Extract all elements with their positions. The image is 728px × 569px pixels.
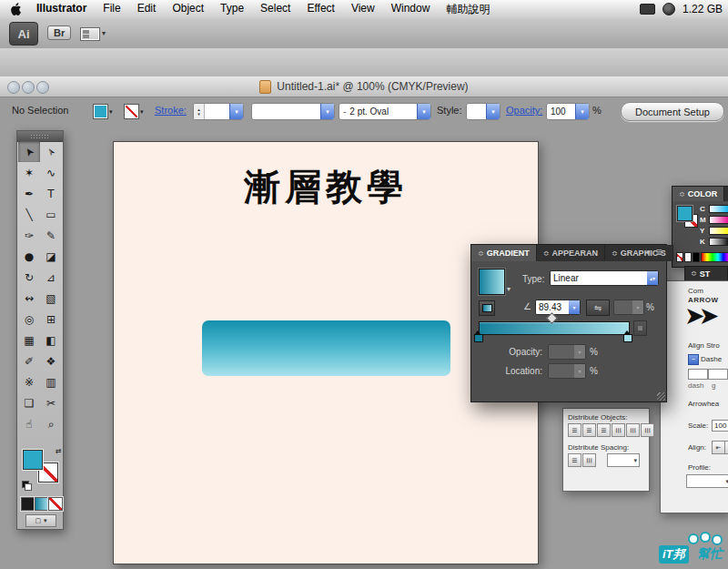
tool-hand[interactable]: ☝ xyxy=(18,413,40,434)
tool-eyedropper[interactable]: ✐ xyxy=(18,351,40,371)
distribute-top-edges-button[interactable]: ☰ xyxy=(568,423,581,437)
tool-slice[interactable]: ✂ xyxy=(40,392,62,413)
chevron-down-icon[interactable]: ▾ xyxy=(102,29,106,37)
profile-combo[interactable]: ▾ xyxy=(686,474,728,488)
scale-field[interactable]: 100 xyxy=(712,420,728,432)
tool-rectangle[interactable]: ▭ xyxy=(40,204,62,225)
tab-graphic-s[interactable]: ≎GRAPHIC S xyxy=(605,245,673,261)
channel-slider[interactable] xyxy=(709,227,728,235)
tool-shape-builder[interactable]: ◎ xyxy=(18,309,40,330)
arrange-documents-icon[interactable] xyxy=(80,27,100,41)
tool-direct-selection[interactable]: ➢ xyxy=(40,141,62,162)
menu-item-8[interactable]: Window xyxy=(383,2,439,17)
gradient-stop-end[interactable] xyxy=(623,334,632,342)
color-fill-swatch[interactable] xyxy=(677,206,693,221)
none-swatch[interactable] xyxy=(676,252,683,262)
bridge-button[interactable]: Br xyxy=(47,25,71,40)
tool-gradient[interactable]: ◧ xyxy=(40,330,62,351)
variable-width-profile-combo[interactable]: ▾ xyxy=(251,103,335,120)
arrowhead-preview[interactable]: ➤➤ xyxy=(684,301,713,330)
document-proxy-icon[interactable] xyxy=(259,80,271,94)
tool-blend[interactable]: ❖ xyxy=(40,351,62,371)
tool-symbol-sprayer[interactable]: ※ xyxy=(18,371,40,392)
tool-lasso[interactable]: ∿ xyxy=(40,162,62,183)
vertical-distribute-space-button[interactable]: ☰ xyxy=(568,453,581,467)
gradient-slider-bar[interactable] xyxy=(479,321,630,335)
channel-slider[interactable] xyxy=(709,216,728,224)
style-combo[interactable]: ▾ xyxy=(466,103,500,120)
distribute-left-edges-button[interactable]: ☰ xyxy=(612,423,625,437)
stroke-dropdown-icon[interactable]: ▾ xyxy=(140,108,144,116)
dropdown-icon[interactable]: ▾ xyxy=(486,104,500,119)
tool-zoom[interactable]: ⌕ xyxy=(40,413,62,434)
gap-field[interactable] xyxy=(708,369,728,380)
horizontal-distribute-space-button[interactable]: ☰ xyxy=(582,453,596,467)
opacity-panel-link[interactable]: Opacity: xyxy=(506,105,542,116)
dropdown-icon[interactable]: ▾ xyxy=(575,104,589,119)
dash-field[interactable] xyxy=(688,369,708,380)
dropdown-icon[interactable]: ▾ xyxy=(569,300,580,314)
dropdown-icon[interactable]: ▾ xyxy=(320,104,334,119)
menu-item-5[interactable]: Select xyxy=(252,2,298,17)
fill-color-swatch[interactable] xyxy=(93,104,108,119)
white-swatch[interactable] xyxy=(684,252,692,262)
menu-item-1[interactable]: File xyxy=(95,2,128,17)
artboard-heading-text[interactable]: 漸層教學 xyxy=(114,162,538,212)
menubar-activity-icon[interactable] xyxy=(662,3,675,15)
zoom-button[interactable] xyxy=(36,81,49,94)
tool-pen[interactable]: ✒ xyxy=(18,183,40,204)
black-swatch[interactable] xyxy=(693,252,700,262)
gradient-type-combo[interactable]: Linear ▴▾ xyxy=(550,270,659,286)
color-mode-button[interactable] xyxy=(21,497,35,511)
tool-blob-brush[interactable]: ● xyxy=(18,246,40,267)
swap-fill-stroke-icon[interactable]: ⇄ xyxy=(56,447,62,455)
arrowhead-align-end-button[interactable]: ⇥ xyxy=(724,441,728,454)
gradient-rectangle-object[interactable] xyxy=(202,320,450,376)
none-mode-button[interactable] xyxy=(48,497,63,511)
distribute-horizontal-centers-button[interactable]: ☰ xyxy=(626,423,640,437)
gradient-preset-dropdown-icon[interactable]: ▾ xyxy=(507,285,511,293)
stroke-color-swatch[interactable] xyxy=(124,104,139,119)
gradient-mode-button[interactable] xyxy=(35,497,49,511)
document-setup-button[interactable]: Document Setup xyxy=(621,102,724,121)
apple-menu-icon[interactable] xyxy=(0,3,28,15)
tool-paintbrush[interactable]: ✑ xyxy=(18,225,40,246)
tool-mesh[interactable]: ▦ xyxy=(18,330,40,351)
tool-artboard[interactable]: ❏ xyxy=(18,392,40,413)
menu-item-2[interactable]: Edit xyxy=(129,2,165,17)
menu-item-9[interactable]: 輔助說明 xyxy=(438,2,498,17)
tool-perspective-grid[interactable]: ⊞ xyxy=(40,309,62,330)
tool-pencil[interactable]: ✎ xyxy=(40,225,62,246)
fill-dropdown-icon[interactable]: ▾ xyxy=(109,108,113,116)
dashed-line-checkbox[interactable]: – xyxy=(688,354,699,365)
minimize-panel-icon[interactable]: ▾ xyxy=(646,248,651,257)
dropdown-icon[interactable]: ▾ xyxy=(417,104,430,119)
gradient-stop-start[interactable] xyxy=(474,334,483,342)
brush-definition-combo[interactable]: - 2 pt. Oval ▾ xyxy=(339,103,431,120)
distribute-vertical-centers-button[interactable]: ☰ xyxy=(582,423,596,437)
stroke-gradient-button[interactable] xyxy=(479,300,495,316)
menu-app-name[interactable]: Illustrator xyxy=(28,2,95,17)
channel-slider[interactable] xyxy=(709,205,728,213)
stroke-weight-combo[interactable]: ▴▾ ▾ xyxy=(193,103,244,120)
tab-appearan[interactable]: ≎APPEARAN xyxy=(537,245,605,261)
stroke-panel-tab[interactable]: ≎ ST xyxy=(684,266,728,280)
opacity-combo[interactable]: 100 ▾ xyxy=(546,103,590,120)
distribute-right-edges-button[interactable]: ☰ xyxy=(641,423,654,437)
menu-item-3[interactable]: Object xyxy=(164,2,212,17)
tab-color[interactable]: ≎ COLOR xyxy=(672,187,724,201)
tool-column-graph[interactable]: ▥ xyxy=(40,371,62,392)
tool-width[interactable]: ↭ xyxy=(18,288,40,309)
tool-type[interactable]: T xyxy=(40,183,62,204)
panel-resize-grip[interactable] xyxy=(657,392,665,401)
spacing-value-combo[interactable]: ▾ xyxy=(607,453,640,467)
close-button[interactable] xyxy=(7,81,20,94)
tool-scale[interactable]: ⊿ xyxy=(40,267,62,288)
default-fill-stroke-icon[interactable] xyxy=(22,481,31,490)
channel-slider[interactable] xyxy=(709,238,728,246)
reverse-gradient-button[interactable]: ⇋ xyxy=(586,300,610,316)
document-title-bar[interactable]: Untitled-1.ai* @ 100% (CMYK/Preview) xyxy=(0,76,728,97)
gradient-angle-field[interactable]: 89.43 ▾ xyxy=(535,300,581,315)
stroke-panel-link[interactable]: Stroke: xyxy=(155,105,187,116)
tab-gradient[interactable]: ≎GRADIENT xyxy=(471,245,537,261)
